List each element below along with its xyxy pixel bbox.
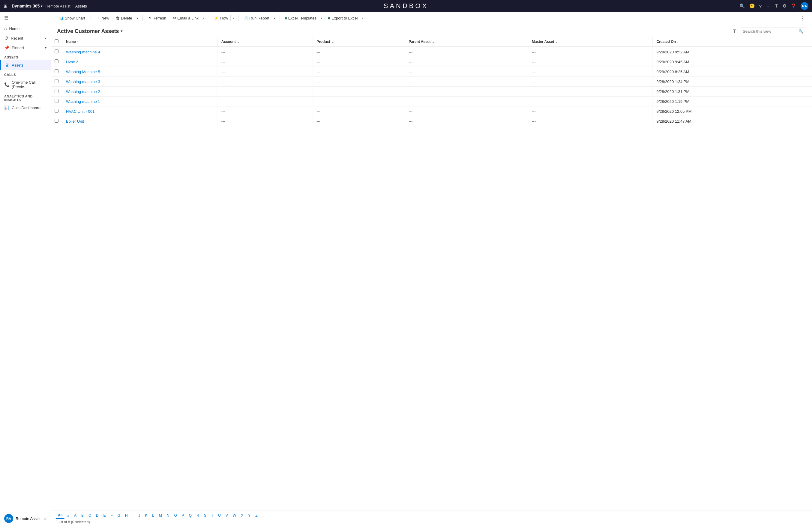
row-checkbox-cell[interactable] [51,77,62,87]
alpha-btn-n[interactable]: N [165,512,172,518]
breadcrumb-app[interactable]: Remote Assist [45,4,70,9]
alpha-btn-l[interactable]: L [150,512,156,518]
row-checkbox-cell[interactable] [51,97,62,106]
row-checkbox-cell[interactable] [51,47,62,57]
search-input[interactable] [743,29,797,33]
alpha-btn-x[interactable]: X [239,512,245,518]
row-name-link[interactable]: Washing machine 2 [66,89,100,94]
row-name-cell[interactable]: Washing machine 3 [62,77,218,87]
alpha-btn-p[interactable]: P [180,512,186,518]
plus-icon[interactable]: ＋ [766,3,770,9]
alpha-btn-e[interactable]: E [101,512,108,518]
alpha-btn-w[interactable]: W [231,512,238,518]
row-name-link[interactable]: Boiler Unit [66,119,84,123]
alpha-btn-q[interactable]: Q [187,512,194,518]
row-checkbox[interactable] [55,99,58,103]
row-checkbox[interactable] [55,59,58,63]
gear-icon[interactable]: ⚙ [783,3,786,9]
col-master-asset[interactable]: Master Asset⌄ [528,37,653,47]
row-checkbox[interactable] [55,109,58,113]
sidebar-bottom-icon[interactable]: ◇ [44,516,46,521]
sidebar-item-home[interactable]: ⌂ Home [0,24,51,33]
row-name-link[interactable]: Washing machine 4 [66,50,100,54]
alpha-btn-u[interactable]: U [216,512,223,518]
alpha-btn-k[interactable]: K [143,512,149,518]
email-link-button[interactable]: ✉ Email a Link [170,14,201,22]
sidebar-item-calls-dashboard[interactable]: 📊 Calls Dashboard [0,103,51,113]
refresh-button[interactable]: ↻ Refresh [145,14,170,22]
row-name-link[interactable]: Washing machine 3 [66,79,100,84]
excel-templates-button[interactable]: ■ Excel Templates [282,14,319,22]
delete-button[interactable]: 🗑 Delete [113,14,135,22]
list-title-chevron-icon[interactable]: ▾ [120,29,122,33]
alpha-btn-g[interactable]: G [115,512,122,518]
row-checkbox-cell[interactable] [51,116,62,126]
alpha-btn-f[interactable]: F [108,512,115,518]
export-excel-dropdown-btn[interactable]: ▾ [360,15,365,21]
row-checkbox-cell[interactable] [51,106,62,116]
sidebar-item-recent[interactable]: ⏱ Recent ▾ [0,33,51,43]
alpha-btn-d[interactable]: D [94,512,101,518]
alpha-btn-h[interactable]: H [123,512,130,518]
row-name-link[interactable]: Washing machine 1 [66,99,100,104]
filter-button[interactable]: ⊤ [731,27,738,35]
alpha-btn-i[interactable]: I [130,512,135,518]
export-excel-button[interactable]: ■ Export to Excel [325,14,360,22]
alpha-btn-z[interactable]: Z [253,512,260,518]
row-name-cell[interactable]: Washing machine 4 [62,47,218,57]
alpha-btn-m[interactable]: M [157,512,164,518]
delete-dropdown-btn[interactable]: ▾ [135,15,140,21]
row-checkbox[interactable] [55,49,58,53]
question-icon[interactable]: ? [759,4,762,9]
row-checkbox[interactable] [55,119,58,123]
flow-button[interactable]: ⚡ Flow [212,14,230,22]
row-checkbox-cell[interactable] [51,87,62,97]
col-account[interactable]: Account⌄ [217,37,313,47]
col-name[interactable]: Name↑ [62,37,218,47]
alpha-btn-c[interactable]: C [86,512,93,518]
alpha-btn-s[interactable]: S [202,512,208,518]
alpha-btn-j[interactable]: J [136,512,142,518]
run-report-dropdown-btn[interactable]: ▾ [272,15,277,21]
alpha-btn-r[interactable]: R [194,512,201,518]
col-created-on[interactable]: Created On↓ [653,37,812,47]
brand-label[interactable]: Dynamics 365 ▾ [12,4,42,9]
user-avatar[interactable]: RA [801,2,808,10]
search-icon[interactable]: 🔍 [739,3,745,9]
row-name-cell[interactable]: Hvac 2 [62,57,218,67]
alpha-btn-v[interactable]: V [223,512,230,518]
filter-icon[interactable]: ⊤ [774,3,779,9]
select-all-column[interactable] [51,37,62,47]
row-checkbox-cell[interactable] [51,57,62,67]
smiley-icon[interactable]: 🙂 [749,3,755,9]
flow-dropdown-btn[interactable]: ▾ [230,15,236,21]
new-button[interactable]: ＋ New [93,14,112,22]
alpha-btn-o[interactable]: O [172,512,179,518]
more-options-button[interactable]: ⋮ [798,14,807,22]
row-checkbox[interactable] [55,79,58,83]
row-name-cell[interactable]: Boiler Unit [62,116,218,126]
alpha-btn-#[interactable]: # [65,512,71,518]
select-all-checkbox[interactable] [55,39,58,43]
apps-icon[interactable]: ⊞ [4,3,8,9]
alpha-btn-y[interactable]: Y [246,512,252,518]
row-checkbox-cell[interactable] [51,67,62,77]
row-name-cell[interactable]: Washing machine 1 [62,97,218,106]
sidebar-item-one-time-call[interactable]: 📞 One-time Call (Previe... [0,78,51,91]
run-report-button[interactable]: 📄 Run Report [241,14,272,22]
show-chart-button[interactable]: 📊 Show Chart [56,14,88,22]
sidebar-item-pinned[interactable]: 📌 Pinned ▾ [0,43,51,53]
row-name-cell[interactable]: Washing machine 2 [62,87,218,97]
alpha-btn-all[interactable]: All [56,512,64,519]
email-link-dropdown-btn[interactable]: ▾ [201,15,206,21]
col-product[interactable]: Product⌄ [313,37,405,47]
alpha-btn-a[interactable]: A [72,512,78,518]
row-checkbox[interactable] [55,69,58,73]
row-name-link[interactable]: Hvac 2 [66,60,78,64]
row-name-cell[interactable]: HVAC Unit - 001 [62,106,218,116]
alpha-btn-b[interactable]: B [79,512,86,518]
row-checkbox[interactable] [55,89,58,93]
row-name-link[interactable]: HVAC Unit - 001 [66,109,95,114]
alpha-btn-t[interactable]: T [209,512,215,518]
excel-templates-dropdown-btn[interactable]: ▾ [319,15,324,21]
